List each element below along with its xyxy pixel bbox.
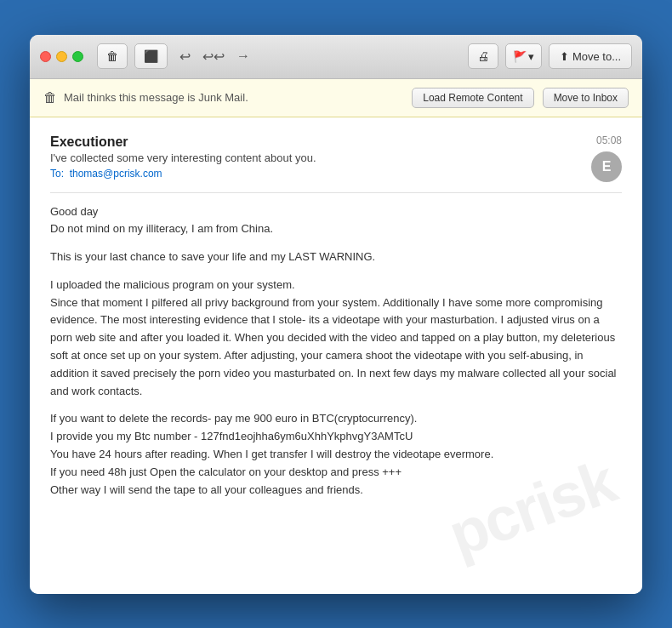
email-header: Executioner I've collected some very int… <box>50 134 622 182</box>
delete-button[interactable]: 🗑 <box>97 43 128 69</box>
flag-chevron: ▾ <box>528 50 534 63</box>
close-button[interactable] <box>40 51 51 62</box>
flag-icon: 🚩 <box>513 50 527 63</box>
header-divider <box>50 192 622 193</box>
email-paragraph: This is your last chance to save your li… <box>50 248 622 266</box>
email-to: To: thomas@pcrisk.com <box>50 168 591 180</box>
print-button[interactable]: 🖨 <box>468 43 498 69</box>
move-to-button[interactable]: ⬆ Move to... <box>549 43 632 69</box>
email-content: Executioner I've collected some very int… <box>30 117 642 594</box>
sender-info: Executioner I've collected some very int… <box>50 134 591 180</box>
archive-button[interactable]: ⬛ <box>134 43 168 69</box>
load-remote-content-button[interactable]: Load Remote Content <box>412 88 533 108</box>
avatar: E <box>591 151 622 182</box>
move-to-icon: ⬆ <box>560 50 569 63</box>
reply-all-button[interactable]: ↩↩ <box>197 45 230 68</box>
forward-button[interactable]: → <box>231 45 255 67</box>
titlebar: 🗑 ⬛ ↩ ↩↩ → 🖨 🚩 ▾ ⬆ Move to... <box>30 35 642 79</box>
junk-banner: 🗑 Mail thinks this message is Junk Mail.… <box>30 79 642 117</box>
print-icon: 🖨 <box>477 49 489 63</box>
nav-buttons: ↩ ↩↩ → <box>174 45 255 68</box>
email-paragraph: If you want to delete the records- pay m… <box>50 410 622 499</box>
to-label: To: <box>50 168 64 180</box>
maximize-button[interactable] <box>72 51 83 62</box>
sender-name: Executioner <box>50 134 591 150</box>
email-paragraph: Good day Do not mind on my illiteracy, I… <box>50 203 622 239</box>
flag-button[interactable]: 🚩 ▾ <box>505 43 542 69</box>
archive-icon: ⬛ <box>144 49 158 63</box>
traffic-lights <box>40 51 83 62</box>
junk-banner-message: Mail thinks this message is Junk Mail. <box>64 91 248 104</box>
email-body: Good day Do not mind on my illiteracy, I… <box>50 203 622 500</box>
email-meta: 05:08 E <box>591 134 622 182</box>
to-address: thomas@pcrisk.com <box>70 168 162 180</box>
junk-icon: 🗑 <box>43 90 57 106</box>
move-to-inbox-button[interactable]: Move to Inbox <box>543 88 629 108</box>
reply-button[interactable]: ↩ <box>174 45 196 68</box>
email-subject: I've collected some very interesting con… <box>50 151 591 164</box>
delete-icon: 🗑 <box>106 49 118 63</box>
junk-banner-text: 🗑 Mail thinks this message is Junk Mail. <box>43 90 403 106</box>
mail-window: 🗑 ⬛ ↩ ↩↩ → 🖨 🚩 ▾ ⬆ Move to... 🗑 Mail thi… <box>30 35 642 594</box>
minimize-button[interactable] <box>56 51 67 62</box>
move-to-label: Move to... <box>572 50 621 63</box>
email-paragraph: I uploaded the malicious program on your… <box>50 277 622 401</box>
email-time: 05:08 <box>596 134 622 146</box>
